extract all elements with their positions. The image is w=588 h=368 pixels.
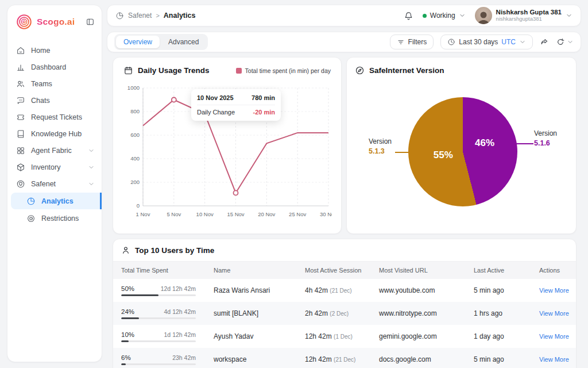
- status-selector[interactable]: Working: [423, 12, 466, 20]
- version-pie-chart[interactable]: 46% 55%: [408, 97, 517, 206]
- sidebar-item-analytics[interactable]: Analytics: [11, 193, 102, 209]
- shield-globe-icon: [16, 179, 25, 189]
- url-cell: gemini.google.com: [371, 332, 466, 340]
- refresh-button[interactable]: [556, 37, 574, 47]
- bell-icon[interactable]: [404, 11, 413, 21]
- timezone-label: UTC: [501, 38, 516, 46]
- chevron-down-icon: [88, 164, 95, 171]
- box-icon: [16, 163, 25, 172]
- sidebar-item-teams[interactable]: Teams: [7, 75, 102, 92]
- view-more-link[interactable]: View More: [539, 333, 569, 340]
- last-active-cell: 5 min ago: [466, 355, 531, 363]
- tooltip-change-label: Daily Change: [197, 109, 235, 116]
- chevron-down-icon: [567, 39, 574, 45]
- session-cell: 12h 42m (21 Dec): [297, 355, 371, 363]
- clock-icon: [447, 38, 455, 46]
- view-more-link[interactable]: View More: [539, 310, 569, 317]
- time-duration: 1d 12h 42m: [164, 331, 196, 338]
- sidebar-item-safenet[interactable]: Safenet: [7, 175, 102, 192]
- view-more-link[interactable]: View More: [539, 356, 569, 363]
- time-progress-bar: [121, 340, 196, 342]
- grid-icon: [16, 146, 25, 155]
- sidebar-item-label: Chats: [31, 97, 50, 105]
- last-active-cell: 1 day ago: [466, 332, 531, 340]
- sidebar-item-label: Safenet: [31, 180, 56, 188]
- total-time-cell: 10%1d 12h 42m: [113, 331, 206, 342]
- session-date: (21 Dec): [334, 356, 355, 363]
- name-cell: workspace: [206, 355, 297, 363]
- date-range-label: Last 30 days: [459, 38, 498, 46]
- sidebar-item-label: Agent Fabric: [31, 147, 72, 155]
- analytics-page: { "app": { "brand": "Scogo.ai" }, "sideb…: [0, 0, 588, 368]
- time-percent: 6%: [121, 354, 131, 361]
- header-right: Working Nishkarsh Gupta 381 nishkarshgup…: [404, 7, 572, 24]
- breadcrumb-section[interactable]: Safenet: [128, 12, 152, 20]
- sidebar-item-restrictions[interactable]: Restrictions: [7, 210, 102, 227]
- column-header-name: Name: [206, 267, 297, 274]
- sidebar-item-chats[interactable]: Chats: [7, 92, 102, 109]
- callout-version: 5.1.3: [369, 147, 392, 156]
- chevron-down-icon: [519, 39, 526, 45]
- session-date: (2 Dec): [330, 310, 349, 317]
- url-cell: www.youtube.com: [371, 286, 466, 294]
- name-cell: Raza Waris Ansari: [206, 286, 297, 294]
- filters-button[interactable]: Filters: [390, 34, 434, 49]
- legend-label: Total time spent (in min) per day: [245, 67, 331, 74]
- sidebar-item-label: Dashboard: [31, 63, 66, 71]
- tooltip-change-value: -20 min: [253, 109, 275, 116]
- sidebar: Scogo.ai HomeDashboardTeamsChatsRequest …: [7, 5, 102, 362]
- time-progress-bar: [121, 317, 196, 319]
- sidebar-item-label: Request Tickets: [31, 113, 82, 121]
- sidebar-item-dashboard[interactable]: Dashboard: [7, 59, 102, 75]
- line-chart-area[interactable]: 020040060080010001 Nov5 Nov10 Nov15 Nov2…: [123, 80, 331, 223]
- sidebar-item-agent-fabric[interactable]: Agent Fabric: [7, 142, 102, 159]
- top-users-header: Top 10 Users by Time: [113, 239, 576, 262]
- name-cell: sumit [BLANK]: [206, 309, 297, 317]
- chart-tooltip: 10 Nov 2025 780 min Daily Change -20 min: [191, 89, 281, 121]
- logo-row: Scogo.ai: [7, 13, 102, 30]
- chevron-down-icon: [88, 147, 95, 154]
- session-date: (1 Dec): [334, 334, 353, 340]
- svg-text:10 Nov: 10 Nov: [196, 211, 214, 217]
- callout-version-516: Version 5.1.6: [534, 129, 557, 148]
- safeinternet-version-card: SafeInternet Version 46% 55% Version 5.1…: [346, 57, 577, 234]
- top-users-card: Top 10 Users by Time Total Time SpentNam…: [113, 239, 577, 368]
- url-cell: www.nitrotype.com: [371, 309, 466, 317]
- chats-icon: [16, 96, 25, 105]
- share-button[interactable]: [540, 37, 549, 47]
- actions-cell: View More: [531, 309, 576, 317]
- user-names: Nishkarsh Gupta 381 nishkarshgupta381: [496, 9, 562, 22]
- user-menu[interactable]: Nishkarsh Gupta 381 nishkarshgupta381: [475, 7, 572, 24]
- sidebar-item-knowledge-hub[interactable]: Knowledge Hub: [7, 125, 102, 142]
- status-dot: [423, 14, 427, 18]
- sidebar-item-inventory[interactable]: Inventory: [7, 159, 102, 175]
- breadcrumb: Safenet > Analytics: [115, 12, 195, 20]
- sidebar-item-home[interactable]: Home: [7, 42, 102, 59]
- sidebar-collapse-button[interactable]: [86, 17, 95, 26]
- actions-cell: View More: [531, 286, 576, 294]
- table-body: 50%12d 12h 42mRaza Waris Ansari4h 42m (2…: [113, 279, 576, 368]
- chevron-down-icon: [88, 164, 95, 171]
- time-percent: 10%: [121, 331, 134, 338]
- time-progress-bar: [121, 294, 196, 296]
- last-active-cell: 5 min ago: [466, 286, 531, 294]
- actions-cell: View More: [531, 355, 576, 363]
- sidebar-nav: HomeDashboardTeamsChatsRequest TicketsKn…: [7, 42, 102, 227]
- svg-text:30 Nov: 30 Nov: [320, 211, 332, 217]
- date-range-button[interactable]: Last 30 days UTC: [440, 34, 533, 49]
- tab-advanced[interactable]: Advanced: [161, 36, 206, 48]
- chevron-down-icon: [88, 181, 95, 187]
- view-more-link[interactable]: View More: [539, 287, 569, 294]
- sidebar-item-request-tickets[interactable]: Request Tickets: [7, 109, 102, 125]
- svg-text:400: 400: [130, 155, 140, 162]
- tab-overview[interactable]: Overview: [116, 36, 160, 48]
- svg-text:20 Nov: 20 Nov: [258, 211, 275, 217]
- time-duration: 4d 12h 42m: [164, 308, 196, 315]
- avatar: [475, 7, 492, 24]
- session-cell: 12h 42m (1 Dec): [297, 332, 371, 340]
- svg-text:25 Nov: 25 Nov: [289, 211, 306, 217]
- table-row: 24%4d 12h 42msumit [BLANK]2h 42m (2 Dec)…: [113, 302, 576, 325]
- top-header: Safenet > Analytics Working Nishkarsh Gu…: [107, 5, 581, 26]
- actions-cell: View More: [531, 332, 576, 340]
- chevron-down-icon: [459, 12, 466, 19]
